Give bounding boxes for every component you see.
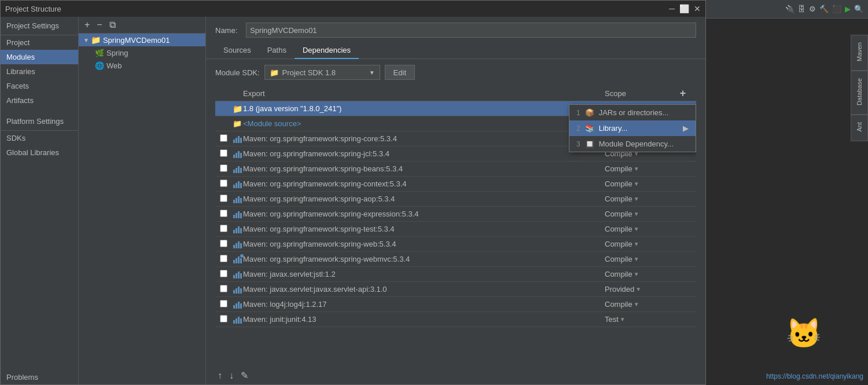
run-icon: ▶ <box>845 5 851 13</box>
platform-settings-title: Platform Settings <box>1 112 78 131</box>
dep-row-spring-beans[interactable]: Maven: org.springframework:spring-beans:… <box>215 162 696 177</box>
tree-item-web[interactable]: 🌐 Web <box>79 59 205 72</box>
checkbox-spring-expression[interactable] <box>220 210 227 217</box>
dep-row-jstl[interactable]: Maven: javax.servlet:jstl:1.2 Compile ▼ <box>215 267 696 282</box>
database-icon: 🗄 <box>798 5 806 13</box>
scope-btn-spring-aop[interactable]: Compile ▼ <box>605 195 639 203</box>
library-icon: 📚 <box>585 124 594 133</box>
dep-icon-junit <box>231 316 243 324</box>
dep-row-spring-test[interactable]: Maven: org.springframework:spring-test:5… <box>215 222 696 237</box>
tree-item-spring[interactable]: 🌿 Spring <box>79 46 205 59</box>
mascot-decoration: 🐱 <box>786 317 822 350</box>
tree-add-button[interactable]: + <box>82 19 92 31</box>
maven-bar-icon <box>233 135 242 143</box>
move-down-button[interactable]: ↓ <box>227 369 236 382</box>
scope-btn-spring-expression[interactable]: Compile ▼ <box>605 210 639 218</box>
dep-row-spring-webmvc[interactable]: Maven: org.springframework:spring-webmvc… <box>215 252 696 267</box>
sidebar-item-global-libraries[interactable]: Global Libraries <box>1 145 78 160</box>
dep-row-junit[interactable]: Maven: junit:junit:4.13 Test ▼ <box>215 312 696 327</box>
maven-tab[interactable]: Maven <box>851 35 868 71</box>
checkbox-log4j[interactable] <box>220 300 227 307</box>
sidebar-item-project[interactable]: Project <box>1 35 78 50</box>
sidebar-item-label-libraries: Libraries <box>6 67 35 76</box>
tree-remove-button[interactable]: − <box>94 19 104 31</box>
add-dropdown-item-library[interactable]: 2 📚 Library... ▶ <box>569 120 696 136</box>
name-input[interactable] <box>246 23 696 38</box>
scope-btn-jstl[interactable]: Compile ▼ <box>605 270 639 278</box>
checkbox-jstl[interactable] <box>220 270 227 277</box>
dep-scope-spring-webmvc: Compile ▼ <box>605 255 674 263</box>
scope-btn-junit[interactable]: Test ▼ <box>605 315 626 324</box>
checkbox-spring-core[interactable] <box>220 134 227 142</box>
edit-dep-button[interactable]: ✎ <box>238 369 251 382</box>
dropdown-item-num-3: 3 <box>576 140 580 148</box>
add-dropdown-item-module[interactable]: 3 🔲 Module Dependency... <box>569 136 696 152</box>
dep-row-spring-aop[interactable]: Maven: org.springframework:spring-aop:5.… <box>215 192 696 207</box>
checkbox-spring-beans[interactable] <box>220 164 227 172</box>
scope-btn-spring-test[interactable]: Compile ▼ <box>605 225 639 233</box>
tab-paths[interactable]: Paths <box>259 42 295 59</box>
ide-toolbar: 🔌 🗄 ⚙ 🔨 ⬛ ▶ 🔍 <box>706 0 868 19</box>
sidebar-item-sdks[interactable]: SDKs <box>1 131 78 145</box>
dep-row-spring-expression[interactable]: Maven: org.springframework:spring-expres… <box>215 207 696 222</box>
checkbox-spring-aop[interactable] <box>220 195 227 202</box>
tabs-row: Sources Paths Dependencies <box>206 42 705 59</box>
restore-button[interactable]: ⬜ <box>679 4 689 13</box>
scope-btn-spring-webmvc[interactable]: Compile ▼ <box>605 255 639 263</box>
move-up-button[interactable]: ↑ <box>215 369 225 382</box>
tab-dependencies[interactable]: Dependencies <box>295 42 359 59</box>
add-dropdown-menu: 1 📦 JARs or directories... 2 📚 Library..… <box>569 104 696 152</box>
spring-facet-icon: 🌿 <box>95 48 104 57</box>
sidebar-item-problems[interactable]: Problems <box>1 370 78 384</box>
tree-item-label-springmvc: SpringMVCDemo01 <box>103 36 170 45</box>
dep-scope-spring-expression: Compile ▼ <box>605 210 674 218</box>
add-dependency-button[interactable]: + <box>680 88 686 98</box>
dep-icon-jstl <box>231 270 243 278</box>
dep-row-spring-context[interactable]: Maven: org.springframework:spring-contex… <box>215 177 696 192</box>
sdk-select[interactable]: 📁 Project SDK 1.8 ▼ <box>264 65 380 80</box>
checkbox-junit[interactable] <box>220 315 227 322</box>
dep-row-servlet-api[interactable]: Maven: javax.servlet:javax.servlet-api:3… <box>215 282 696 297</box>
minimize-button[interactable]: ─ <box>669 4 675 13</box>
blog-url[interactable]: https://blog.csdn.net/qianyikang <box>766 372 863 380</box>
sidebar-item-artifacts[interactable]: Artifacts <box>1 93 78 108</box>
dep-icon-spring-jcl <box>231 150 243 158</box>
tree-copy-button[interactable]: ⧉ <box>107 19 118 31</box>
tab-dependencies-label: Dependencies <box>303 46 351 54</box>
tree-item-label-web: Web <box>106 61 122 70</box>
maven-bar-icon-beans <box>233 165 242 173</box>
dep-scope-spring-beans: Compile ▼ <box>605 164 674 173</box>
checkbox-spring-webmvc[interactable] <box>220 255 227 262</box>
deps-table-header: Export Scope + 1 📦 JARs or directories..… <box>215 86 696 101</box>
module-sdk-label: Module SDK: <box>215 68 260 77</box>
scope-btn-spring-context[interactable]: Compile ▼ <box>605 179 639 188</box>
sidebar-item-label-global-libs: Global Libraries <box>6 148 59 157</box>
scope-btn-log4j[interactable]: Compile ▼ <box>605 300 639 309</box>
dependencies-table-container: Export Scope + 1 📦 JARs or directories..… <box>215 86 696 366</box>
checkbox-servlet-api[interactable] <box>220 285 227 292</box>
checkbox-spring-jcl[interactable] <box>220 149 227 157</box>
checkbox-spring-context[interactable] <box>220 179 227 187</box>
checkbox-spring-test[interactable] <box>220 225 227 232</box>
scope-btn-spring-beans[interactable]: Compile ▼ <box>605 164 639 173</box>
checkbox-spring-web[interactable] <box>220 240 227 247</box>
dep-row-spring-web[interactable]: Maven: org.springframework:spring-web:5.… <box>215 237 696 252</box>
sdk-row: Module SDK: 📁 Project SDK 1.8 ▼ Edit <box>206 59 705 86</box>
dep-icon-spring-core <box>231 135 243 143</box>
close-button[interactable]: ✕ <box>694 4 701 13</box>
search-icon: 🔍 <box>854 5 863 13</box>
scope-btn-servlet-api[interactable]: Provided ▼ <box>605 285 641 294</box>
dropdown-item-label-jars: JARs or directories... <box>599 108 669 117</box>
database-tab[interactable]: Database <box>851 71 868 115</box>
sidebar-item-facets[interactable]: Facets <box>1 79 78 93</box>
scope-btn-spring-web[interactable]: Compile ▼ <box>605 240 639 248</box>
tab-sources[interactable]: Sources <box>215 42 259 59</box>
edit-sdk-button[interactable]: Edit <box>385 65 415 80</box>
tree-item-springmvcdemo01[interactable]: ▼ 📁 SpringMVCDemo01 <box>79 34 205 46</box>
ant-tab[interactable]: Ant <box>851 115 868 141</box>
dep-row-log4j[interactable]: Maven: log4j:log4j:1.2.17 Compile ▼ <box>215 297 696 312</box>
sidebar-item-modules[interactable]: Modules <box>1 50 78 64</box>
sdk-dropdown-arrow-icon: ▼ <box>369 69 375 76</box>
sidebar-item-libraries[interactable]: Libraries <box>1 64 78 79</box>
add-dropdown-item-jars[interactable]: 1 📦 JARs or directories... <box>569 105 696 120</box>
